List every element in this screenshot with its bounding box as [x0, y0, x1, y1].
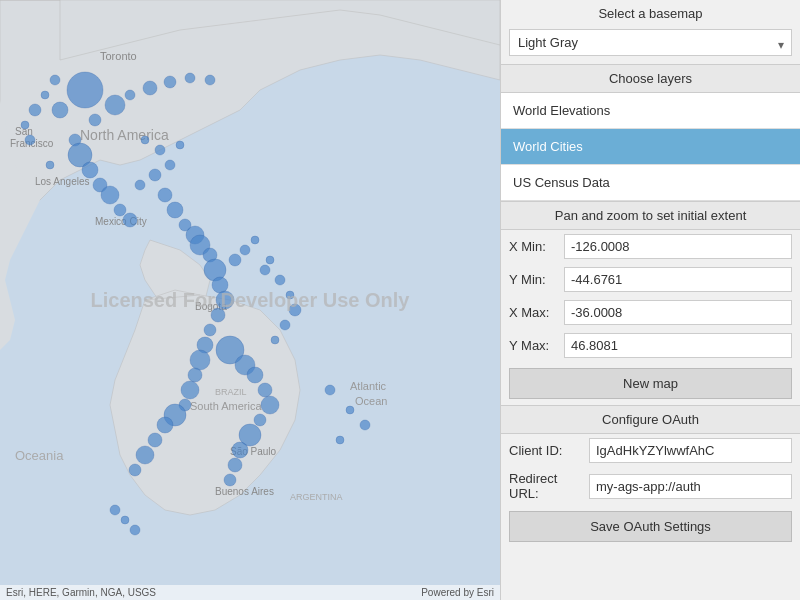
map-svg: North America Toronto San Francisco Los … — [0, 0, 500, 600]
new-map-button[interactable]: New map — [509, 368, 792, 399]
layers-list: World ElevationsWorld CitiesUS Census Da… — [501, 93, 800, 201]
save-oauth-button[interactable]: Save OAuth Settings — [509, 511, 792, 542]
svg-text:ARGENTINA: ARGENTINA — [290, 492, 343, 502]
svg-text:San: San — [15, 126, 33, 137]
oauth-label: Configure OAuth — [501, 405, 800, 434]
svg-text:North America: North America — [80, 127, 169, 143]
y-min-label: Y Min: — [509, 272, 564, 287]
attribution-left: Esri, HERE, Garmin, NGA, USGS — [6, 587, 156, 598]
x-min-label: X Min: — [509, 239, 564, 254]
attribution-right: Powered by Esri — [421, 587, 494, 598]
svg-text:Mexico City: Mexico City — [95, 216, 147, 227]
client-id-label: Client ID: — [509, 443, 589, 458]
x-max-label: X Max: — [509, 305, 564, 320]
map-attribution: Esri, HERE, Garmin, NGA, USGS Powered by… — [0, 585, 500, 600]
svg-text:Atlantic: Atlantic — [350, 380, 387, 392]
svg-text:Oceania: Oceania — [15, 448, 64, 463]
x-max-row: X Max: — [501, 296, 800, 329]
svg-text:Toronto: Toronto — [100, 50, 137, 62]
redirect-url-label: Redirect URL: — [509, 471, 589, 501]
svg-text:South America: South America — [190, 400, 262, 412]
layer-item-us-census[interactable]: US Census Data — [501, 165, 800, 201]
basemap-select[interactable]: Light Gray Streets Topographic Imagery O… — [509, 29, 792, 56]
extent-label: Pan and zoom to set initial extent — [501, 201, 800, 230]
svg-text:Buenos Aires: Buenos Aires — [215, 486, 274, 497]
svg-text:Los Angeles: Los Angeles — [35, 176, 90, 187]
svg-text:Francisco: Francisco — [10, 138, 54, 149]
svg-text:Ocean: Ocean — [355, 395, 387, 407]
x-max-input[interactable] — [564, 300, 792, 325]
basemap-select-wrapper[interactable]: Light Gray Streets Topographic Imagery O… — [501, 25, 800, 64]
svg-text:BRAZIL: BRAZIL — [215, 387, 247, 397]
client-id-input[interactable] — [589, 438, 792, 463]
svg-text:Bogota: Bogota — [195, 301, 227, 312]
map-container[interactable]: North America Toronto San Francisco Los … — [0, 0, 500, 600]
layer-item-world-cities[interactable]: World Cities — [501, 129, 800, 165]
choose-layers-label: Choose layers — [501, 64, 800, 93]
select-basemap-label: Select a basemap — [501, 0, 800, 25]
y-min-input[interactable] — [564, 267, 792, 292]
y-max-label: Y Max: — [509, 338, 564, 353]
redirect-url-row: Redirect URL: — [501, 467, 800, 505]
sidebar: Select a basemap Light Gray Streets Topo… — [500, 0, 800, 600]
y-min-row: Y Min: — [501, 263, 800, 296]
y-max-row: Y Max: — [501, 329, 800, 362]
client-id-row: Client ID: — [501, 434, 800, 467]
y-max-input[interactable] — [564, 333, 792, 358]
x-min-input[interactable] — [564, 234, 792, 259]
x-min-row: X Min: — [501, 230, 800, 263]
svg-text:São Paulo: São Paulo — [230, 446, 277, 457]
layer-item-world-elevations[interactable]: World Elevations — [501, 93, 800, 129]
redirect-url-input[interactable] — [589, 474, 792, 499]
